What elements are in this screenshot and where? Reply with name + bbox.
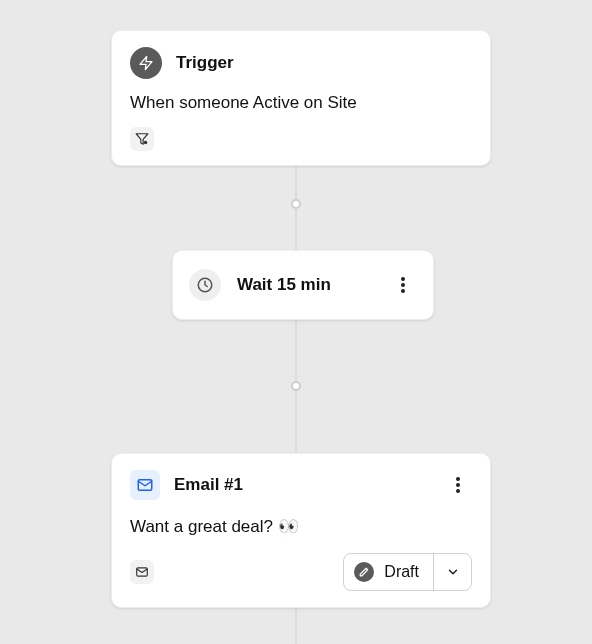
clock-icon [189, 269, 221, 301]
email-header: Email #1 [130, 470, 472, 500]
status-selector[interactable]: Draft [343, 553, 472, 591]
filter-icon[interactable] [130, 127, 154, 151]
email-title: Email #1 [174, 475, 430, 495]
more-menu-button[interactable] [444, 471, 472, 499]
svg-marker-0 [140, 56, 152, 69]
wait-card[interactable]: Wait 15 min [172, 250, 434, 320]
svg-point-5 [401, 283, 405, 287]
svg-point-6 [401, 289, 405, 293]
trigger-card[interactable]: Trigger When someone Active on Site [111, 30, 491, 166]
trigger-description: When someone Active on Site [130, 93, 472, 113]
svg-point-8 [456, 477, 460, 481]
svg-point-10 [456, 489, 460, 493]
mail-icon [130, 470, 160, 500]
status-button[interactable]: Draft [344, 554, 433, 590]
dots-vertical-icon [456, 477, 460, 493]
dots-vertical-icon [401, 277, 405, 293]
svg-point-2 [144, 141, 148, 145]
trigger-title: Trigger [176, 53, 234, 73]
connector-line [295, 602, 297, 644]
pencil-icon [354, 562, 374, 582]
lightning-icon [130, 47, 162, 79]
svg-point-9 [456, 483, 460, 487]
status-dropdown-toggle[interactable] [433, 554, 471, 590]
status-label: Draft [384, 563, 419, 581]
more-menu-button[interactable] [389, 271, 417, 299]
svg-point-4 [401, 277, 405, 281]
flow-canvas[interactable]: Trigger When someone Active on Site Wait… [0, 0, 592, 644]
connector-dot [291, 199, 301, 209]
email-footer: Draft [130, 553, 472, 591]
wait-label: Wait 15 min [237, 275, 373, 295]
mail-outline-icon[interactable] [130, 560, 154, 584]
connector-dot [291, 381, 301, 391]
email-subject: Want a great deal? 👀 [130, 516, 472, 537]
chevron-down-icon [446, 565, 460, 579]
trigger-header: Trigger [130, 47, 472, 79]
email-card[interactable]: Email #1 Want a great deal? 👀 [111, 453, 491, 608]
